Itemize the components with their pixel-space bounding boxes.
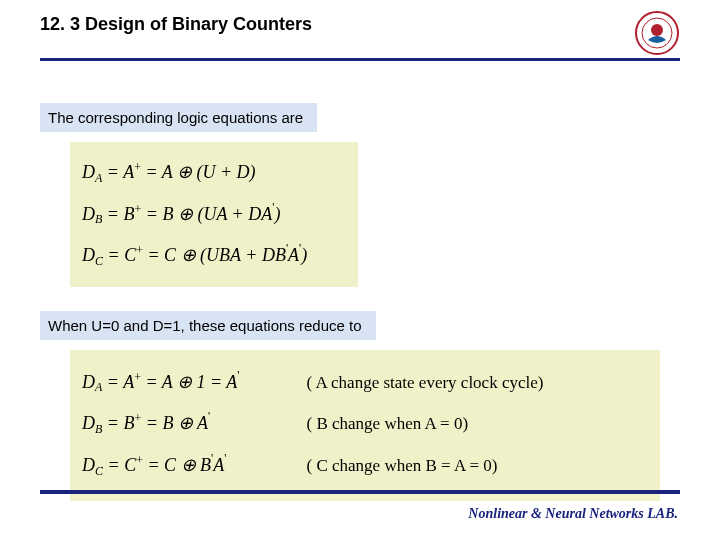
equation-block-2: DA = A+ = A ⊕ 1 = A' ( A change state ev…: [70, 350, 660, 501]
equation-dc-reduced: DC = C+ = C ⊕ B'A' ( C change when B = A…: [82, 445, 642, 487]
university-seal-icon: [634, 10, 680, 56]
svg-point-2: [651, 24, 663, 36]
equation-dc: DC = C+ = C ⊕ (UBA + DB'A'): [82, 235, 342, 277]
equation-db-reduced: DB = B+ = B ⊕ A' ( B change when A = 0): [82, 403, 642, 445]
equation-da-reduced: DA = A+ = A ⊕ 1 = A' ( A change state ev…: [82, 362, 642, 404]
caption-reduced-equations: When U=0 and D=1, these equations reduce…: [40, 311, 376, 340]
caption-logic-equations: The corresponding logic equations are: [40, 103, 317, 132]
equation-da: DA = A+ = A ⊕ (U + D): [82, 152, 342, 194]
equation-db: DB = B+ = B ⊕ (UA + DA'): [82, 194, 342, 236]
page-title: 12. 3 Design of Binary Counters: [40, 14, 312, 41]
footer-divider: [40, 490, 680, 494]
header-divider: [40, 58, 680, 61]
footer-lab-name: Nonlinear & Neural Networks LAB.: [468, 506, 678, 522]
equation-block-1: DA = A+ = A ⊕ (U + D) DB = B+ = B ⊕ (UA …: [70, 142, 358, 287]
